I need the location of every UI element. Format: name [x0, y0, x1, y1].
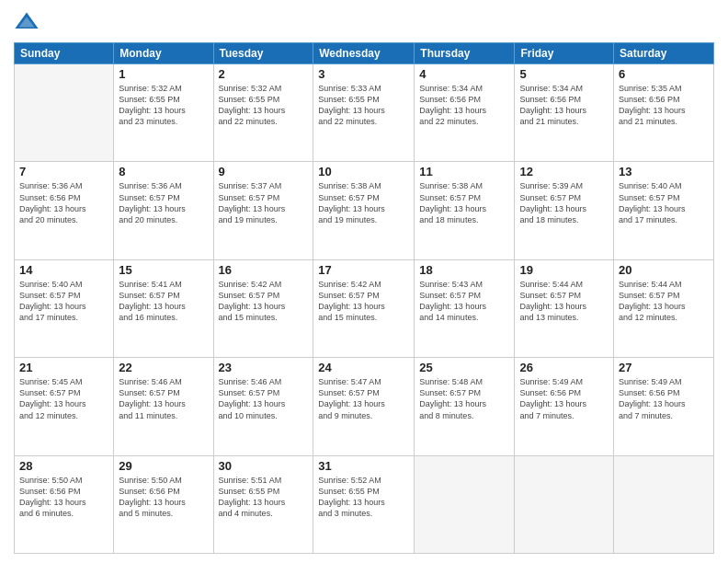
header — [14, 9, 714, 35]
day-info: Sunrise: 5:42 AM Sunset: 6:57 PM Dayligh… — [318, 279, 409, 324]
day-info: Sunrise: 5:47 AM Sunset: 6:57 PM Dayligh… — [318, 376, 409, 421]
calendar-cell: 28Sunrise: 5:50 AM Sunset: 6:56 PM Dayli… — [15, 455, 114, 553]
day-info: Sunrise: 5:35 AM Sunset: 6:56 PM Dayligh… — [619, 83, 709, 128]
week-row-3: 21Sunrise: 5:45 AM Sunset: 6:57 PM Dayli… — [15, 358, 714, 455]
day-number: 15 — [119, 263, 208, 277]
day-number: 8 — [119, 165, 208, 178]
day-number: 14 — [19, 263, 108, 277]
day-number: 23 — [219, 361, 309, 374]
day-info: Sunrise: 5:46 AM Sunset: 6:57 PM Dayligh… — [119, 376, 208, 421]
page: SundayMondayTuesdayWednesdayThursdayFrid… — [0, 0, 728, 563]
day-info: Sunrise: 5:40 AM Sunset: 6:57 PM Dayligh… — [619, 180, 709, 225]
day-number: 24 — [318, 361, 409, 374]
day-info: Sunrise: 5:40 AM Sunset: 6:57 PM Dayligh… — [19, 279, 108, 324]
day-number: 27 — [619, 361, 709, 374]
day-number: 16 — [219, 263, 309, 277]
week-row-0: 1Sunrise: 5:32 AM Sunset: 6:55 PM Daylig… — [15, 64, 714, 162]
calendar-cell: 3Sunrise: 5:33 AM Sunset: 6:55 PM Daylig… — [313, 64, 415, 162]
day-info: Sunrise: 5:44 AM Sunset: 6:57 PM Dayligh… — [519, 279, 609, 324]
calendar-cell: 11Sunrise: 5:38 AM Sunset: 6:57 PM Dayli… — [415, 162, 515, 259]
day-info: Sunrise: 5:50 AM Sunset: 6:56 PM Dayligh… — [119, 475, 208, 520]
weekday-header-friday: Friday — [515, 43, 614, 64]
weekday-header-wednesday: Wednesday — [313, 43, 415, 64]
day-info: Sunrise: 5:34 AM Sunset: 6:56 PM Dayligh… — [519, 83, 609, 128]
day-info: Sunrise: 5:49 AM Sunset: 6:56 PM Dayligh… — [519, 376, 609, 421]
calendar-cell: 4Sunrise: 5:34 AM Sunset: 6:56 PM Daylig… — [415, 64, 515, 162]
day-info: Sunrise: 5:45 AM Sunset: 6:57 PM Dayligh… — [19, 376, 108, 421]
day-number: 12 — [519, 165, 609, 178]
calendar-cell: 18Sunrise: 5:43 AM Sunset: 6:57 PM Dayli… — [415, 259, 515, 357]
day-info: Sunrise: 5:41 AM Sunset: 6:57 PM Dayligh… — [119, 279, 208, 324]
day-number: 5 — [519, 67, 609, 81]
calendar-cell: 20Sunrise: 5:44 AM Sunset: 6:57 PM Dayli… — [614, 259, 714, 357]
week-row-1: 7Sunrise: 5:36 AM Sunset: 6:56 PM Daylig… — [15, 162, 714, 259]
day-number: 2 — [219, 67, 309, 81]
day-number: 6 — [619, 67, 709, 81]
calendar-cell: 31Sunrise: 5:52 AM Sunset: 6:55 PM Dayli… — [313, 455, 415, 553]
calendar-cell: 6Sunrise: 5:35 AM Sunset: 6:56 PM Daylig… — [614, 64, 714, 162]
day-number: 25 — [419, 361, 509, 374]
calendar-cell: 30Sunrise: 5:51 AM Sunset: 6:55 PM Dayli… — [213, 455, 313, 553]
calendar-cell — [15, 64, 114, 162]
day-number: 17 — [318, 263, 409, 277]
weekday-header-saturday: Saturday — [614, 43, 714, 64]
logo — [14, 9, 43, 35]
day-number: 7 — [19, 165, 108, 178]
calendar-cell: 27Sunrise: 5:49 AM Sunset: 6:56 PM Dayli… — [614, 358, 714, 455]
calendar-cell: 12Sunrise: 5:39 AM Sunset: 6:57 PM Dayli… — [515, 162, 614, 259]
day-number: 19 — [519, 263, 609, 277]
day-number: 3 — [318, 67, 409, 81]
calendar-cell: 13Sunrise: 5:40 AM Sunset: 6:57 PM Dayli… — [614, 162, 714, 259]
weekday-header-thursday: Thursday — [415, 43, 515, 64]
weekday-header-sunday: Sunday — [15, 43, 114, 64]
day-info: Sunrise: 5:50 AM Sunset: 6:56 PM Dayligh… — [19, 475, 108, 520]
day-number: 9 — [219, 165, 309, 178]
day-info: Sunrise: 5:36 AM Sunset: 6:56 PM Dayligh… — [19, 180, 108, 225]
calendar-cell: 9Sunrise: 5:37 AM Sunset: 6:57 PM Daylig… — [213, 162, 313, 259]
calendar-cell: 15Sunrise: 5:41 AM Sunset: 6:57 PM Dayli… — [114, 259, 213, 357]
calendar-cell: 8Sunrise: 5:36 AM Sunset: 6:57 PM Daylig… — [114, 162, 213, 259]
day-number: 10 — [318, 165, 409, 178]
day-info: Sunrise: 5:34 AM Sunset: 6:56 PM Dayligh… — [419, 83, 509, 128]
day-info: Sunrise: 5:49 AM Sunset: 6:56 PM Dayligh… — [619, 376, 709, 421]
calendar-cell: 1Sunrise: 5:32 AM Sunset: 6:55 PM Daylig… — [114, 64, 213, 162]
day-info: Sunrise: 5:42 AM Sunset: 6:57 PM Dayligh… — [219, 279, 309, 324]
calendar-cell — [415, 455, 515, 553]
calendar-cell: 26Sunrise: 5:49 AM Sunset: 6:56 PM Dayli… — [515, 358, 614, 455]
day-info: Sunrise: 5:48 AM Sunset: 6:57 PM Dayligh… — [419, 376, 509, 421]
day-info: Sunrise: 5:33 AM Sunset: 6:55 PM Dayligh… — [318, 83, 409, 128]
day-info: Sunrise: 5:52 AM Sunset: 6:55 PM Dayligh… — [318, 475, 409, 520]
day-number: 29 — [119, 459, 208, 473]
logo-icon — [14, 9, 40, 35]
calendar-cell: 24Sunrise: 5:47 AM Sunset: 6:57 PM Dayli… — [313, 358, 415, 455]
calendar-cell: 10Sunrise: 5:38 AM Sunset: 6:57 PM Dayli… — [313, 162, 415, 259]
calendar-cell: 29Sunrise: 5:50 AM Sunset: 6:56 PM Dayli… — [114, 455, 213, 553]
calendar-cell — [515, 455, 614, 553]
day-number: 22 — [119, 361, 208, 374]
day-info: Sunrise: 5:32 AM Sunset: 6:55 PM Dayligh… — [119, 83, 208, 128]
calendar-cell: 21Sunrise: 5:45 AM Sunset: 6:57 PM Dayli… — [15, 358, 114, 455]
day-number: 1 — [119, 67, 208, 81]
day-number: 11 — [419, 165, 509, 178]
calendar-cell: 2Sunrise: 5:32 AM Sunset: 6:55 PM Daylig… — [213, 64, 313, 162]
week-row-2: 14Sunrise: 5:40 AM Sunset: 6:57 PM Dayli… — [15, 259, 714, 357]
calendar-cell: 5Sunrise: 5:34 AM Sunset: 6:56 PM Daylig… — [515, 64, 614, 162]
day-info: Sunrise: 5:51 AM Sunset: 6:55 PM Dayligh… — [219, 475, 309, 520]
day-number: 28 — [19, 459, 108, 473]
day-number: 18 — [419, 263, 509, 277]
day-number: 13 — [619, 165, 709, 178]
day-info: Sunrise: 5:46 AM Sunset: 6:57 PM Dayligh… — [219, 376, 309, 421]
calendar-cell: 23Sunrise: 5:46 AM Sunset: 6:57 PM Dayli… — [213, 358, 313, 455]
day-number: 20 — [619, 263, 709, 277]
day-info: Sunrise: 5:32 AM Sunset: 6:55 PM Dayligh… — [219, 83, 309, 128]
weekday-header-row: SundayMondayTuesdayWednesdayThursdayFrid… — [15, 43, 714, 64]
day-info: Sunrise: 5:38 AM Sunset: 6:57 PM Dayligh… — [419, 180, 509, 225]
calendar-cell: 7Sunrise: 5:36 AM Sunset: 6:56 PM Daylig… — [15, 162, 114, 259]
day-info: Sunrise: 5:36 AM Sunset: 6:57 PM Dayligh… — [119, 180, 208, 225]
calendar-cell — [614, 455, 714, 553]
calendar-cell: 25Sunrise: 5:48 AM Sunset: 6:57 PM Dayli… — [415, 358, 515, 455]
day-info: Sunrise: 5:44 AM Sunset: 6:57 PM Dayligh… — [619, 279, 709, 324]
weekday-header-monday: Monday — [114, 43, 213, 64]
day-number: 21 — [19, 361, 108, 374]
calendar-cell: 17Sunrise: 5:42 AM Sunset: 6:57 PM Dayli… — [313, 259, 415, 357]
